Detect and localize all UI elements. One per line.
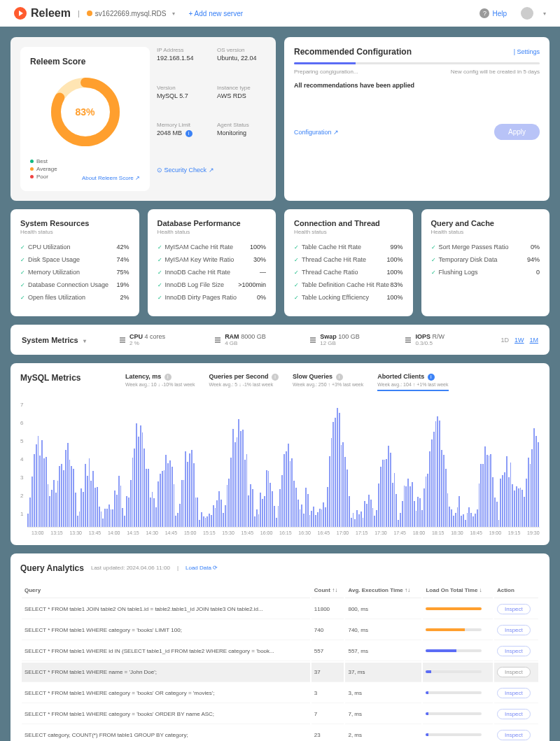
health-row: ✓Open files Utilization2% (20, 294, 130, 301)
help-link[interactable]: ? Help (479, 8, 507, 18)
check-icon: ✓ (294, 269, 299, 276)
info-icon: i (336, 374, 343, 381)
score-donut: 83% (47, 73, 124, 150)
check-icon: ✓ (20, 269, 25, 276)
config-progress (294, 62, 540, 64)
table-row[interactable]: SELECT * FROM table1 JOIN table2 ON tabl… (22, 600, 538, 619)
logo[interactable]: Releem (14, 7, 71, 20)
col-query[interactable]: Query (22, 583, 310, 598)
health-row: ✓InnoDB Cache Hit Rate— (158, 269, 267, 276)
check-icon: ✓ (158, 244, 162, 250)
score-title: Releem Score (30, 57, 140, 66)
chevron-down-icon: ▾ (172, 10, 175, 17)
check-icon: ✓ (431, 257, 436, 263)
server-info: IP Address192.168.1.54 OS versionUbuntu,… (157, 47, 266, 191)
inspect-button[interactable]: Inspect (497, 625, 531, 635)
inspect-button[interactable]: Inspect (497, 709, 531, 719)
tab-aborted[interactable]: Aborted Clients iWeek avg.: 104 ↑ +1% la… (377, 373, 448, 391)
chart-bars (27, 402, 540, 528)
query-table: Query Count ↑↓ Avg. Execution Time ↑↓ Lo… (20, 581, 540, 742)
query-analytics-title: Query Analytics (20, 563, 84, 573)
health-row: ✓MyISAM Cache Hit Rate100% (158, 244, 267, 250)
security-check-link[interactable]: ⊙ Security Check ↗ (157, 167, 266, 191)
server-name: sv1622669.mysql.RDS (95, 10, 167, 17)
table-row[interactable]: SELECT category, COUNT(*) FROM table1 GR… (22, 726, 538, 742)
system-resources-card: System Resources Health status ✓CPU Util… (10, 209, 139, 316)
cpu-metric: CPU 4 cores2 % (120, 333, 201, 346)
iops-metric: IOPS R/W0.3/0.5 (405, 333, 486, 346)
table-row[interactable]: SELECT * FROM table1 WHERE name = 'John … (22, 663, 538, 682)
range-1m[interactable]: 1M (530, 337, 539, 344)
avatar[interactable] (521, 7, 533, 20)
database-performance-card: Database Performance Health status ✓MyIS… (148, 209, 276, 316)
info-icon[interactable]: i (186, 130, 192, 137)
divider: | (78, 9, 80, 17)
table-row[interactable]: SELECT * FROM table1 WHERE category = 'b… (22, 684, 538, 703)
health-row: ✓InnoDB Log File Size>1000min (158, 281, 267, 288)
inspect-button[interactable]: Inspect (497, 646, 531, 656)
chevron-down-icon[interactable]: ▾ (543, 10, 546, 17)
check-icon: ✓ (158, 295, 162, 301)
range-1w[interactable]: 1W (514, 337, 524, 344)
about-score-link[interactable]: About Releem Score ↗ (82, 175, 140, 181)
server-status-icon (87, 10, 92, 16)
health-row: ✓Disk Space Usage74% (20, 256, 130, 263)
settings-link[interactable]: | Settings (514, 48, 540, 55)
health-row: ✓Table Definition Cache Hit Rate83% (294, 281, 403, 288)
table-row[interactable]: SELECT * FROM table1 WHERE category = 'b… (22, 705, 538, 724)
health-row: ✓Table Cache Hit Rate99% (294, 244, 403, 250)
col-load[interactable]: Load On Total Time ↓ (423, 583, 493, 598)
last-updated: Last updated: 2024.04.06 11:00 (91, 565, 170, 571)
logo-icon (14, 7, 27, 20)
system-metrics-title[interactable]: System Metrics ▾ (22, 336, 106, 344)
check-icon: ✓ (20, 257, 25, 263)
health-row: ✓Memory Utilization75% (20, 269, 130, 276)
table-row[interactable]: SELECT * FROM table1 WHERE category = 'b… (22, 621, 538, 640)
rec-title: Recommended Configuration (294, 47, 412, 57)
rec-applied: All recommendations have been applied (294, 82, 540, 89)
check-icon: ✓ (431, 244, 436, 250)
health-row: ✓InnoDB Dirty Pages Ratio0% (158, 294, 267, 301)
score-percent: 83% (75, 106, 94, 118)
inspect-button[interactable]: Inspect (497, 688, 531, 698)
add-server-link[interactable]: + Add new server (189, 10, 244, 17)
check-icon: ✓ (158, 282, 162, 288)
table-row[interactable]: SELECT * FROM table1 WHERE id IN (SELECT… (22, 642, 538, 661)
check-icon: ✓ (158, 269, 162, 276)
tab-slow[interactable]: Slow Queries iWeek avg.: 250 ↑ +3% last … (293, 373, 363, 391)
server-selector[interactable]: sv1622669.mysql.RDS ▾ (87, 10, 175, 17)
health-row: ✓Thread Cache Ratio100% (294, 269, 403, 276)
load-data-link[interactable]: Load Data ⟳ (186, 565, 218, 571)
inspect-button[interactable]: Inspect (497, 604, 531, 614)
col-action: Action (494, 583, 538, 598)
col-avg[interactable]: Avg. Execution Time ↑↓ (345, 583, 421, 598)
recommended-config-card: Recommended Configuration | Settings Pre… (284, 37, 550, 201)
system-metrics-bar: System Metrics ▾ CPU 4 cores2 % RAM 8000… (10, 325, 550, 355)
configuration-link[interactable]: Configuration ↗ (294, 129, 339, 136)
time-range[interactable]: 1D 1W 1M (501, 337, 539, 344)
tab-queries[interactable]: Queries per Second iWeek avg.: 5 ↓ -1% l… (209, 373, 279, 391)
score-card: Releem Score 83% Best Average Poor (10, 37, 276, 201)
check-icon: ✓ (431, 269, 436, 276)
info-icon: i (272, 374, 279, 381)
check-icon: ✓ (20, 295, 25, 301)
inspect-button[interactable]: Inspect (497, 730, 531, 740)
apply-button[interactable]: Apply (494, 124, 540, 140)
inspect-button[interactable]: Inspect (497, 667, 531, 677)
check-icon: ✓ (294, 295, 299, 301)
chevron-down-icon: ▾ (83, 338, 86, 344)
check-icon: ✓ (20, 282, 25, 288)
health-row: System Resources Health status ✓CPU Util… (10, 209, 550, 316)
check-icon: ✓ (294, 282, 299, 288)
health-row: ✓Database Connection Usage19% (20, 281, 130, 288)
info-icon: i (164, 374, 172, 381)
check-icon: ✓ (294, 257, 299, 263)
tab-latency[interactable]: Latency, ms iWeek avg.: 10 ↓ -10% last w… (125, 373, 195, 391)
help-icon: ? (479, 8, 489, 18)
swap-metric: Swap 100 GB12 GB (310, 333, 391, 346)
range-1d[interactable]: 1D (501, 337, 510, 344)
topbar: Releem | sv1622669.mysql.RDS ▾ + Add new… (0, 0, 560, 27)
col-count[interactable]: Count ↑↓ (312, 583, 344, 598)
mysql-metrics-card: MySQL Metrics Latency, ms iWeek avg.: 10… (10, 363, 550, 545)
health-row: ✓Temporary Disk Data94% (431, 256, 540, 263)
